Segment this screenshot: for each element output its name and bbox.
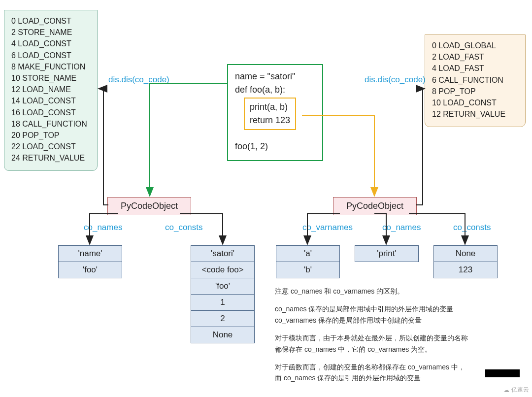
note-line: co_varnames 保存的是局部作用域中创建的变量 (275, 315, 521, 326)
code-line: foo(1, 2) (235, 140, 315, 153)
watermark: ☁ 亿速云 (503, 386, 529, 394)
const-cell: None (191, 327, 255, 343)
func-co-names: 'print' (355, 245, 419, 262)
dis-line: 6 LOAD_CONST (11, 50, 90, 61)
note-line: 而 co_names 保存的是引用的外层作用域的变量 (275, 372, 521, 383)
function-disassembly: 0 LOAD_GLOBAL 2 LOAD_FAST 4 LOAD_FAST 6 … (425, 34, 526, 127)
co-consts-label: co_consts (165, 223, 203, 232)
const-cell: 123 (433, 262, 498, 278)
varname-cell: 'a' (276, 245, 340, 262)
explanatory-notes: 注意 co_names 和 co_varnames 的区别。 co_names … (275, 286, 521, 384)
module-disassembly: 0 LOAD_CONST 2 STORE_NAME 4 LOAD_CONST 6… (4, 10, 98, 171)
co-consts-label-r: co_consts (453, 223, 491, 232)
dis-line: 12 LOAD_NAME (11, 84, 90, 95)
dis-line: 20 POP_TOP (11, 130, 90, 141)
code-line: print(a, b) (250, 100, 290, 114)
co-names-label-r: co_names (382, 223, 421, 232)
watermark-text: 亿速云 (511, 386, 529, 394)
dis-line: 2 LOAD_FAST (432, 51, 518, 63)
arrow-leftpy-to-dis (99, 89, 108, 205)
note-line: 注意 co_names 和 co_varnames 的区别。 (275, 286, 521, 297)
redaction-bar (485, 369, 520, 377)
code-line: def foo(a, b): (235, 83, 315, 97)
source-code-box: name = "satori" def foo(a, b): print(a, … (227, 64, 323, 161)
dis-line: 4 LOAD_CONST (11, 38, 90, 49)
pycodeobject-left: PyCodeObject (107, 197, 191, 215)
module-co-names: 'name' 'foo' (58, 245, 122, 278)
func-co-consts: None 123 (433, 245, 498, 278)
const-cell: 2 (191, 311, 255, 327)
const-cell: 1 (191, 295, 255, 311)
function-body: print(a, b) return 123 (244, 98, 296, 130)
dis-line: 4 LOAD_FAST (432, 63, 518, 74)
arrow-rightpy-to-dis (416, 89, 425, 205)
pycodeobject-right: PyCodeObject (333, 197, 417, 215)
const-cell: 'satori' (191, 245, 255, 262)
dis-line: 8 POP_TOP (432, 86, 518, 97)
dis-line: 12 RETURN_VALUE (432, 108, 518, 120)
dis-line: 8 MAKE_FUNCTION (11, 61, 90, 72)
note-line: 对于模块而言，由于本身就处在最外层，所以创建的变量的名称 (275, 332, 521, 343)
name-cell: 'name' (58, 245, 122, 262)
varname-cell: 'b' (276, 262, 340, 278)
const-cell: <code foo> (191, 262, 255, 278)
module-co-consts: 'satori' <code foo> 'foo' 1 2 None (191, 245, 255, 343)
dis-line: 2 STORE_NAME (11, 27, 90, 38)
dis-line: 10 LOAD_CONST (432, 97, 518, 108)
note-line: co_names 保存的是局部作用域中引用的外层作用域的变量 (275, 303, 521, 314)
dis-line: 18 CALL_FUNCTION (11, 118, 90, 130)
dis-label-left: dis.dis(co_code) (108, 75, 169, 85)
dis-line: 0 LOAD_CONST (11, 15, 90, 27)
dis-line: 22 LOAD_CONST (11, 141, 90, 152)
dis-line: 14 LOAD_CONST (11, 95, 90, 106)
const-cell: None (433, 245, 498, 262)
logo-icon: ☁ (503, 387, 509, 394)
code-line: name = "satori" (235, 70, 315, 83)
code-line: return 123 (250, 114, 290, 127)
dis-line: 6 CALL_FUNCTION (432, 74, 518, 86)
arrow-source-to-left-pycode (150, 84, 227, 196)
co-names-label: co_names (84, 223, 122, 232)
name-cell: 'foo' (58, 262, 122, 278)
dis-line: 16 LOAD_CONST (11, 107, 90, 118)
dis-line: 24 RETURN_VALUE (11, 152, 90, 164)
dis-line: 10 STORE_NAME (11, 72, 90, 84)
note-line: 对于函数而言，创建的变量的名称都保存在 co_varnames 中， (275, 362, 521, 372)
name-cell: 'print' (355, 245, 419, 262)
co-varnames-label: co_varnames (302, 223, 353, 232)
func-co-varnames: 'a' 'b' (276, 245, 340, 278)
note-line: 都保存在 co_names 中，它的 co_varnames 为空。 (275, 344, 521, 355)
const-cell: 'foo' (191, 278, 255, 295)
dis-line: 0 LOAD_GLOBAL (432, 40, 518, 51)
dis-label-right: dis.dis(co_code) (365, 75, 426, 85)
